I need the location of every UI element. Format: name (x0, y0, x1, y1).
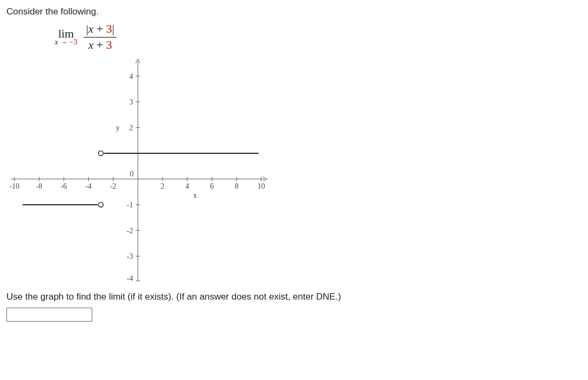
y-tick-label: 2 (129, 124, 133, 132)
x-tick-label: 6 (210, 182, 214, 190)
fraction: |x + 3| x + 3 (84, 21, 116, 53)
fraction-numerator: |x + 3| (84, 21, 116, 38)
x-tick-label: 2 (161, 182, 165, 190)
num-op: + (93, 22, 106, 35)
fraction-denominator: x + 3 (86, 38, 114, 53)
y-tick-label: -1 (127, 201, 133, 209)
y-tick-label: -3 (127, 252, 133, 260)
intro-text: Consider the following. (6, 6, 582, 17)
y-axis-label: y (116, 124, 120, 132)
lim-subscript: x → −3 (55, 39, 77, 46)
lim-operator: lim x → −3 (55, 28, 77, 46)
answer-input[interactable] (6, 308, 92, 322)
x-tick-label: -4 (85, 182, 92, 190)
y-tick-label: 4 (129, 72, 133, 80)
x-tick-label: -6 (61, 182, 67, 190)
y-tick-label: -2 (127, 227, 133, 235)
x-tick-label: -10 (10, 182, 20, 190)
lim-sub-target: −3 (69, 38, 77, 46)
num-abs-close: | (112, 22, 114, 35)
den-x: x (89, 38, 94, 51)
y-tick-label: 3 (129, 98, 133, 106)
graph-plot: -10 -8 -6 -4 -2 0 2 4 6 8 10 x 4 3 2 (6, 56, 269, 286)
den-op: + (93, 38, 106, 51)
x-tick-label: 10 (258, 182, 265, 190)
lim-sub-arrow: → (58, 38, 69, 46)
num-three: 3 (106, 22, 112, 35)
x-axis-label: x (193, 191, 197, 199)
x-tick-label: -2 (110, 182, 116, 190)
x-tick-label: -8 (36, 182, 42, 190)
den-three: 3 (106, 38, 112, 51)
limit-expression: lim x → −3 |x + 3| x + 3 (55, 21, 582, 53)
num-x: x (89, 22, 94, 35)
y-tick-label: -4 (127, 274, 133, 282)
x-tick-label: 0 (130, 170, 134, 178)
open-circle-right (99, 151, 104, 156)
open-circle-left (99, 203, 104, 207)
x-tick-label: 4 (186, 182, 189, 190)
x-tick-label: 8 (235, 182, 239, 190)
instruction-text: Use the graph to find the limit (if it e… (6, 292, 582, 302)
